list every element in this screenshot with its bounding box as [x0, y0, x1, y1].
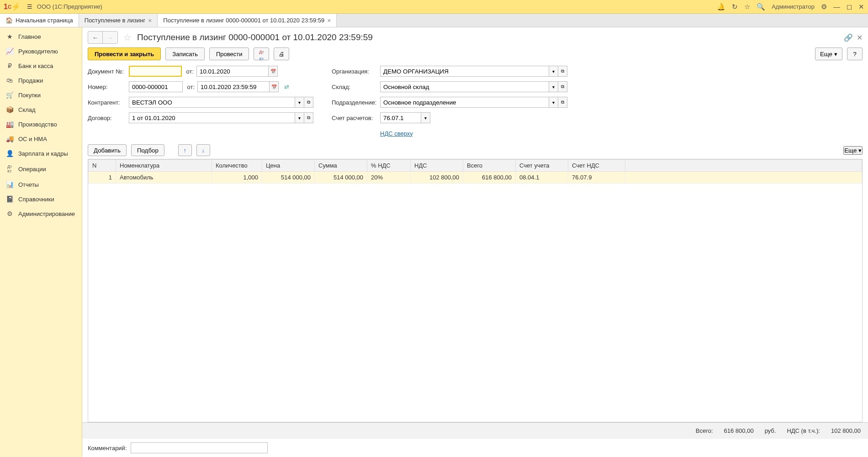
cell-price[interactable]: 514 000,00: [262, 172, 315, 184]
th-nds[interactable]: НДС: [411, 160, 463, 172]
move-down-button[interactable]: ↓: [196, 144, 210, 156]
account-input[interactable]: [380, 112, 421, 123]
user-label[interactable]: Администратор: [772, 3, 815, 10]
sidebar-item-reports[interactable]: 📊Отчеты: [0, 177, 82, 192]
tab-close-icon[interactable]: ×: [148, 17, 152, 24]
nav-back-button[interactable]: ←: [88, 32, 103, 43]
th-price[interactable]: Цена: [262, 160, 315, 172]
doc-no-input[interactable]: [129, 66, 182, 77]
sidebar-item-bank[interactable]: ₽Банк и касса: [0, 58, 82, 73]
sidebar-item-warehouse[interactable]: 📦Склад: [0, 102, 82, 117]
cell-nds-pct[interactable]: 20%: [367, 172, 411, 184]
post-and-close-button[interactable]: Провести и закрыть: [88, 47, 161, 60]
cell-sum[interactable]: 514 000,00: [315, 172, 367, 184]
post-button[interactable]: Провести: [209, 47, 249, 60]
cell-qty[interactable]: 1,000: [212, 172, 262, 184]
close-panel-icon[interactable]: ✕: [857, 33, 863, 42]
open-icon[interactable]: ⧉: [558, 97, 567, 108]
sidebar-item-main[interactable]: ★Главное: [0, 29, 82, 44]
th-qty[interactable]: Количество: [212, 160, 262, 172]
star-icon: ★: [5, 33, 14, 40]
nav-forward-button[interactable]: →: [103, 32, 117, 43]
sidebar-item-sales[interactable]: 🛍Продажи: [0, 73, 82, 88]
table-row[interactable]: 1 Автомобиль 1,000 514 000,00 514 000,00…: [89, 172, 862, 184]
sidebar-item-hr[interactable]: 👤Зарплата и кадры: [0, 146, 82, 161]
calendar-icon[interactable]: 📅: [270, 81, 279, 92]
comment-input[interactable]: [131, 442, 268, 453]
select-button[interactable]: Подбор: [131, 144, 164, 156]
dropdown-icon[interactable]: ▾: [421, 112, 430, 123]
dropdown-icon[interactable]: ▾: [549, 81, 558, 92]
tab-home[interactable]: 🏠 Начальная страница: [0, 14, 79, 27]
th-total[interactable]: Всего: [463, 160, 516, 172]
search-icon[interactable]: 🔍: [757, 3, 765, 11]
cell-nds[interactable]: 102 800,00: [411, 172, 463, 184]
maximize-icon[interactable]: ◻: [847, 3, 852, 11]
date2-input[interactable]: [197, 81, 270, 92]
contract-input[interactable]: [129, 112, 295, 123]
nav-buttons: ← →: [88, 31, 118, 44]
sidebar-item-references[interactable]: 📓Справочники: [0, 192, 82, 206]
number-input[interactable]: [129, 81, 183, 92]
sidebar-item-purchases[interactable]: 🛒Покупки: [0, 88, 82, 102]
add-row-button[interactable]: Добавить: [88, 144, 127, 156]
cell-total[interactable]: 616 800,00: [463, 172, 516, 184]
tab-leasing-list[interactable]: Поступление в лизинг ×: [79, 14, 158, 27]
write-button[interactable]: Записать: [165, 47, 205, 60]
open-icon[interactable]: ⧉: [304, 97, 313, 108]
currency-label: руб.: [765, 427, 776, 434]
sidebar-item-label: Руководителю: [18, 48, 58, 55]
sidebar-item-manager[interactable]: 📈Руководителю: [0, 44, 82, 58]
sidebar-item-label: Администрирование: [18, 210, 75, 217]
help-button[interactable]: ?: [847, 47, 863, 60]
settings-icon[interactable]: ⚙: [821, 3, 827, 11]
contragent-input[interactable]: [129, 97, 295, 108]
minimize-icon[interactable]: —: [833, 3, 840, 11]
sync-icon[interactable]: ⇄: [284, 84, 289, 90]
open-icon[interactable]: ⧉: [558, 81, 567, 92]
open-icon[interactable]: ⧉: [304, 112, 313, 123]
more-button[interactable]: Еще ▾: [815, 47, 842, 60]
sidebar-item-production[interactable]: 🏭Производство: [0, 117, 82, 131]
th-nds-pct[interactable]: % НДС: [367, 160, 411, 172]
calendar-icon[interactable]: 📅: [269, 66, 278, 77]
sidebar-item-assets[interactable]: 🚚ОС и НМА: [0, 131, 82, 146]
sidebar-item-operations[interactable]: ДтКтОперации: [0, 161, 82, 177]
bell-icon[interactable]: 🔔: [717, 3, 725, 11]
division-input[interactable]: [380, 97, 549, 108]
sidebar-item-admin[interactable]: ⚙Администрирование: [0, 206, 82, 221]
nds-link[interactable]: НДС сверху: [380, 130, 413, 137]
favorite-star-icon[interactable]: ☆: [123, 32, 132, 43]
cell-acc-nds[interactable]: 76.07.9: [568, 172, 625, 184]
date1-input[interactable]: [196, 66, 269, 77]
close-icon[interactable]: ✕: [858, 3, 864, 11]
dtct-button[interactable]: ДтКт: [254, 47, 269, 60]
th-n[interactable]: N: [89, 160, 116, 172]
sidebar-item-label: Главное: [18, 33, 41, 40]
dropdown-icon[interactable]: ▾: [549, 66, 558, 77]
history-icon[interactable]: ↻: [732, 3, 738, 11]
move-up-button[interactable]: ↑: [178, 144, 192, 156]
star-icon[interactable]: ☆: [744, 3, 750, 11]
th-acc-nds[interactable]: Счет НДС: [568, 160, 625, 172]
link-icon[interactable]: 🔗: [844, 33, 853, 42]
cell-n[interactable]: 1: [89, 172, 116, 184]
tab-leasing-doc[interactable]: Поступление в лизинг 0000-000001 от 10.0…: [158, 14, 337, 27]
sidebar-item-label: Зарплата и кадры: [18, 150, 68, 157]
table-more-button[interactable]: Еще ▾: [843, 146, 863, 155]
dropdown-icon[interactable]: ▾: [295, 97, 304, 108]
warehouse-input[interactable]: [380, 81, 549, 92]
dropdown-icon[interactable]: ▾: [295, 112, 304, 123]
org-input[interactable]: [380, 66, 549, 77]
cell-nomen[interactable]: Автомобиль: [116, 172, 212, 184]
cell-acc[interactable]: 08.04.1: [516, 172, 568, 184]
th-sum[interactable]: Сумма: [315, 160, 367, 172]
th-nomen[interactable]: Номенклатура: [116, 160, 212, 172]
th-acc[interactable]: Счет учета: [516, 160, 568, 172]
division-label: Подразделение:: [332, 99, 377, 106]
open-icon[interactable]: ⧉: [558, 66, 567, 77]
tab-close-icon[interactable]: ×: [327, 17, 331, 24]
print-button[interactable]: 🖨: [274, 47, 289, 60]
dropdown-icon[interactable]: ▾: [549, 97, 558, 108]
hamburger-icon[interactable]: ☰: [27, 3, 32, 10]
